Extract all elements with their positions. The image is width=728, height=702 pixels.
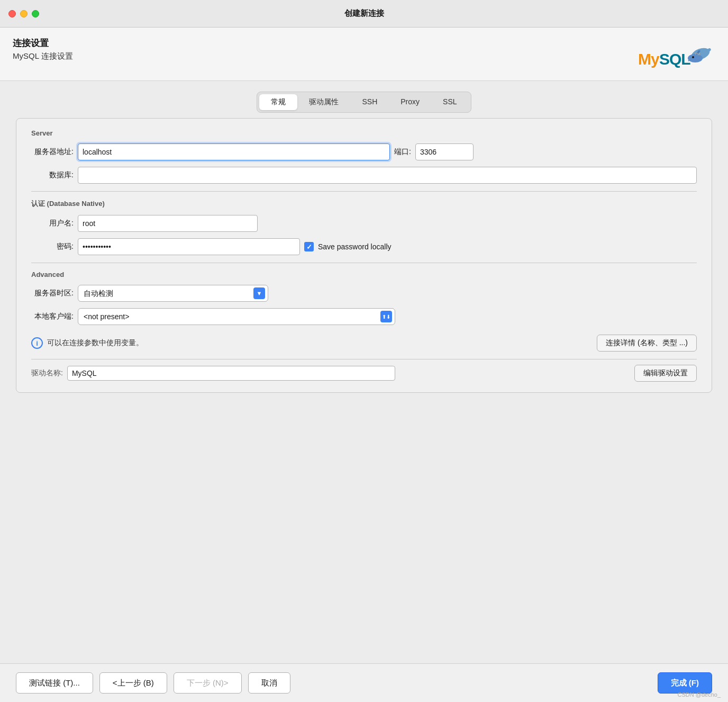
- next-button[interactable]: 下一步 (N)>: [174, 672, 242, 694]
- tabs-container: 常规 驱动属性 SSH Proxy SSL: [257, 92, 471, 113]
- auth-section: 认证 (Database Native) 用户名: 密码: Save passw…: [31, 199, 697, 255]
- password-input[interactable]: [78, 238, 300, 255]
- username-label: 用户名:: [31, 219, 74, 228]
- test-connection-button[interactable]: 测试链接 (T)...: [16, 672, 93, 694]
- auth-section-label: 认证 (Database Native): [31, 199, 697, 209]
- divider-2: [31, 263, 697, 263]
- titlebar: 创建新连接: [0, 0, 728, 28]
- bottom-left-buttons: 测试链接 (T)... <上一步 (B) 下一步 (N)> 取消: [16, 672, 290, 694]
- password-label: 密码:: [31, 242, 74, 251]
- server-address-row: 服务器地址: 端口:: [31, 143, 697, 160]
- tab-ssl[interactable]: SSL: [431, 94, 468, 110]
- main-content: 常规 驱动属性 SSH Proxy SSL Server 服务器地址: 端口: …: [0, 81, 728, 663]
- driver-left: 驱动名称:: [31, 366, 395, 381]
- username-input[interactable]: [78, 215, 258, 232]
- timezone-select-wrap: 自动检测 UTC Asia/Shanghai ▼: [78, 285, 268, 302]
- port-label: 端口:: [394, 147, 411, 157]
- form-panel: Server 服务器地址: 端口: 数据库: 认证 (Database Nati…: [16, 118, 712, 393]
- driver-name-input[interactable]: [67, 366, 395, 381]
- database-input[interactable]: [78, 167, 697, 184]
- connection-details-button[interactable]: 连接详情 (名称、类型 ...): [597, 335, 697, 352]
- password-row: 密码: Save password locally: [31, 238, 697, 255]
- svg-text:My: My: [638, 50, 660, 68]
- tab-proxy[interactable]: Proxy: [389, 94, 431, 110]
- client-label: 本地客户端:: [31, 312, 74, 321]
- cancel-button[interactable]: 取消: [248, 672, 290, 694]
- traffic-lights: [8, 10, 39, 17]
- maximize-button[interactable]: [32, 10, 39, 17]
- port-input[interactable]: [415, 143, 474, 160]
- close-button[interactable]: [8, 10, 16, 17]
- divider-1: [31, 191, 697, 192]
- section-title: 连接设置: [13, 37, 73, 49]
- back-button[interactable]: <上一步 (B): [99, 672, 167, 694]
- timezone-label: 服务器时区:: [31, 289, 74, 298]
- save-password-checkbox[interactable]: [304, 242, 314, 251]
- edit-driver-button[interactable]: 编辑驱动设置: [634, 365, 697, 382]
- info-text: 可以在连接参数中使用变量。: [47, 338, 143, 348]
- client-select-wrap: <not present> ⬆⬇: [78, 308, 395, 325]
- advanced-section-label: Advanced: [31, 271, 697, 278]
- sub-title: MySQL 连接设置: [13, 51, 73, 61]
- save-password-row: Save password locally: [304, 242, 392, 251]
- window-title: 创建新连接: [344, 8, 384, 19]
- finish-button[interactable]: 完成 (F): [658, 672, 712, 694]
- header-left: 连接设置 MySQL 连接设置: [13, 37, 73, 61]
- minimize-button[interactable]: [20, 10, 28, 17]
- server-address-label: 服务器地址:: [31, 147, 74, 157]
- client-row: 本地客户端: <not present> ⬆⬇: [31, 308, 697, 325]
- server-section-label: Server: [31, 129, 697, 137]
- header: 连接设置 MySQL 连接设置 My SQL ™: [0, 28, 728, 81]
- info-area: i 可以在连接参数中使用变量。 连接详情 (名称、类型 ...): [31, 335, 697, 352]
- timezone-row: 服务器时区: 自动检测 UTC Asia/Shanghai ▼: [31, 285, 697, 302]
- tab-bar: 常规 驱动属性 SSH Proxy SSL: [16, 92, 712, 113]
- watermark: CSDN @decho_: [678, 691, 721, 698]
- mysql-logo: My SQL ™: [636, 37, 715, 73]
- tab-ssh[interactable]: SSH: [350, 94, 389, 110]
- bottom-bar: 测试链接 (T)... <上一步 (B) 下一步 (N)> 取消 完成 (F) …: [0, 663, 728, 702]
- tab-driver[interactable]: 驱动属性: [297, 94, 350, 110]
- timezone-select[interactable]: 自动检测 UTC Asia/Shanghai: [78, 285, 268, 302]
- client-select[interactable]: <not present>: [78, 308, 395, 325]
- driver-name-label: 驱动名称:: [31, 368, 63, 378]
- info-left: i 可以在连接参数中使用变量。: [31, 337, 143, 349]
- database-label: 数据库:: [31, 170, 74, 180]
- database-row: 数据库:: [31, 167, 697, 184]
- server-address-input[interactable]: [78, 143, 390, 160]
- svg-text:™: ™: [694, 51, 700, 59]
- tab-general[interactable]: 常规: [259, 94, 297, 110]
- advanced-section: Advanced 服务器时区: 自动检测 UTC Asia/Shanghai ▼…: [31, 271, 697, 325]
- save-password-label: Save password locally: [318, 242, 392, 251]
- mysql-logo-svg: My SQL ™: [636, 37, 715, 73]
- svg-text:SQL: SQL: [659, 50, 690, 68]
- driver-row: 驱动名称: 编辑驱动设置: [31, 359, 697, 382]
- username-row: 用户名:: [31, 215, 697, 232]
- info-icon: i: [31, 337, 43, 349]
